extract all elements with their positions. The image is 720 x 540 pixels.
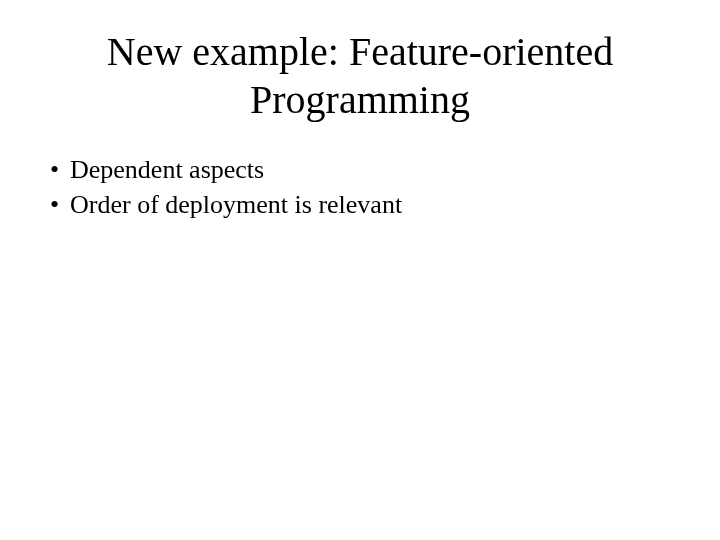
bullet-text: Dependent aspects [70, 152, 680, 187]
slide: New example: Feature-oriented Programmin… [0, 0, 720, 540]
list-item: • Dependent aspects [48, 152, 680, 187]
bullet-icon: • [48, 187, 70, 222]
list-item: • Order of deployment is relevant [48, 187, 680, 222]
bullet-list: • Dependent aspects • Order of deploymen… [40, 152, 680, 222]
slide-title: New example: Feature-oriented Programmin… [40, 28, 680, 124]
bullet-text: Order of deployment is relevant [70, 187, 680, 222]
bullet-icon: • [48, 152, 70, 187]
